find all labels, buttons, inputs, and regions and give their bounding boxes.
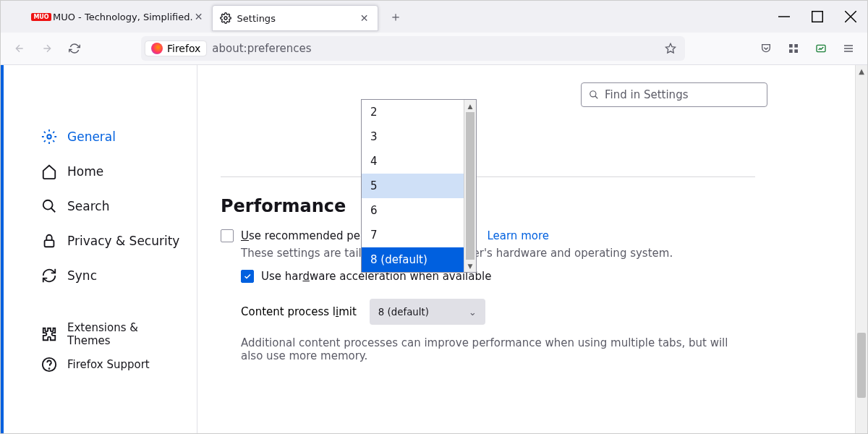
tailored-desc: These settings are tailored to your comp… [241, 247, 733, 260]
url-bar[interactable]: Firefox [141, 36, 685, 61]
learn-more-link[interactable]: Learn more [487, 229, 549, 242]
svg-point-0 [224, 17, 227, 20]
svg-rect-3 [789, 44, 793, 48]
sidebar-label: Extensions & Themes [67, 321, 182, 347]
close-icon[interactable]: ✕ [359, 12, 370, 24]
dropdown-option[interactable]: 6 [362, 198, 476, 223]
content-process-limit-label: Content process limit [241, 305, 357, 318]
tab-strip: MUO MUO - Technology, Simplified. ✕ Sett… [1, 1, 867, 33]
svg-rect-6 [794, 49, 798, 53]
gear-icon [220, 12, 231, 24]
separator [221, 176, 755, 177]
content-process-limit-select[interactable]: 8 (default) ⌄ [370, 299, 485, 325]
dropdown-scrollbar[interactable]: ▲ ▼ [464, 100, 476, 272]
sidebar-item-extensions[interactable]: Extensions & Themes [4, 319, 197, 349]
back-button[interactable] [8, 37, 31, 60]
url-input[interactable] [212, 42, 660, 55]
scroll-up-icon[interactable]: ▲ [464, 100, 476, 112]
dropdown-option[interactable]: 5 [362, 174, 476, 198]
hw-accel-row: Use hardware acceleration when available [241, 270, 838, 283]
svg-rect-7 [817, 45, 825, 51]
extension-icon[interactable] [809, 37, 833, 60]
search-icon [589, 90, 599, 100]
dropdown-option[interactable]: 2 [362, 100, 476, 124]
sidebar-item-general[interactable]: General [4, 119, 197, 154]
tab-title: MUO - Technology, Simplified. [53, 12, 193, 22]
dropdown-option[interactable]: 7 [362, 223, 476, 247]
forward-button[interactable] [35, 37, 59, 60]
minimize-button[interactable] [767, 1, 801, 33]
apps-icon[interactable] [782, 37, 805, 60]
svg-rect-1 [812, 12, 823, 22]
sidebar-item-privacy[interactable]: Privacy & Security [4, 224, 197, 258]
scroll-up-icon[interactable]: ▲ [856, 65, 867, 77]
reload-button[interactable] [63, 37, 86, 60]
page-scrollbar[interactable]: ▲ [855, 65, 867, 433]
sidebar-item-search[interactable]: Search [4, 189, 197, 224]
home-icon [41, 163, 57, 179]
sidebar-label: General [67, 129, 116, 144]
hw-accel-checkbox[interactable] [241, 270, 254, 283]
svg-rect-4 [794, 44, 798, 48]
chevron-down-icon: ⌄ [469, 307, 477, 318]
content-process-limit-dropdown: 2345678 (default) ▲ ▼ [361, 99, 477, 273]
identity-label: Firefox [167, 43, 200, 54]
svg-marker-2 [665, 43, 675, 53]
cpl-note: Additional content processes can improve… [241, 336, 733, 362]
firefox-icon [151, 43, 163, 54]
new-tab-button[interactable]: ＋ [386, 7, 406, 27]
lock-icon [41, 233, 57, 249]
window-controls [767, 1, 867, 33]
puzzle-icon [41, 326, 57, 342]
browser-tab-settings[interactable]: Settings ✕ [212, 5, 378, 31]
nav-toolbar: Firefox [1, 33, 867, 65]
tab-title: Settings [237, 13, 359, 24]
svg-point-13 [590, 91, 596, 97]
settings-main-panel: Find in Settings Performance Use recomme… [197, 65, 867, 433]
search-icon [41, 198, 57, 214]
dropdown-option[interactable]: 4 [362, 149, 476, 174]
close-icon[interactable]: ✕ [193, 11, 205, 22]
find-in-settings[interactable]: Find in Settings [581, 82, 767, 107]
content-process-limit-row: Content process limit 8 (default) ⌄ [241, 299, 838, 325]
scroll-thumb[interactable] [857, 333, 866, 398]
bookmark-star-icon[interactable] [660, 43, 681, 54]
close-window-button[interactable] [834, 1, 867, 33]
dropdown-option[interactable]: 8 (default) [362, 247, 476, 272]
svg-rect-5 [789, 49, 793, 53]
select-value: 8 (default) [378, 307, 429, 318]
settings-sidebar: General Home Search Privacy & Security S… [4, 65, 197, 433]
menu-button[interactable] [837, 37, 860, 60]
sidebar-label: Sync [67, 268, 97, 283]
svg-rect-10 [45, 240, 54, 247]
sidebar-label: Firefox Support [67, 358, 150, 371]
help-icon [41, 357, 57, 373]
use-recommended-row: Use recommended performance settings Lea… [221, 229, 838, 242]
browser-tab-muo[interactable]: MUO MUO - Technology, Simplified. ✕ [28, 4, 212, 30]
identity-box[interactable]: Firefox [145, 41, 206, 56]
svg-point-9 [43, 200, 53, 210]
pocket-icon[interactable] [754, 37, 778, 60]
sidebar-label: Privacy & Security [67, 234, 179, 248]
search-placeholder: Find in Settings [605, 88, 688, 101]
sidebar-label: Home [67, 164, 103, 179]
gear-icon [41, 129, 57, 145]
sync-icon [41, 268, 57, 284]
sidebar-label: Search [67, 199, 109, 213]
svg-point-8 [47, 135, 51, 139]
sidebar-item-home[interactable]: Home [4, 154, 197, 189]
use-recommended-checkbox[interactable] [221, 229, 234, 242]
scroll-thumb[interactable] [466, 112, 475, 260]
sidebar-item-sync[interactable]: Sync [4, 258, 197, 293]
section-title-performance: Performance [221, 196, 838, 216]
dropdown-option[interactable]: 3 [362, 124, 476, 149]
maximize-button[interactable] [801, 1, 834, 33]
scroll-down-icon[interactable]: ▼ [464, 260, 476, 272]
svg-point-12 [49, 368, 50, 369]
muo-favicon: MUO [35, 11, 47, 22]
sidebar-item-support[interactable]: Firefox Support [4, 349, 197, 380]
